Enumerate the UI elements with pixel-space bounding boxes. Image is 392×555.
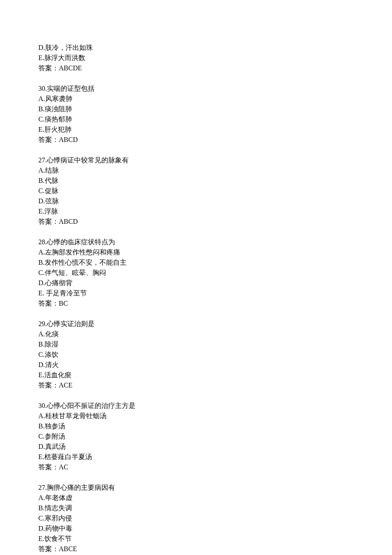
option-line: B.发作性心慌不安，不能自主 bbox=[38, 257, 354, 268]
question-block: 30.心悸心阳不振证的治疗主方是A.桂枝甘草龙骨牡蛎汤B.独参汤C.参附汤D.真… bbox=[38, 401, 354, 472]
option-line: B.独参汤 bbox=[38, 421, 354, 431]
option-line: D.肢冷，汗出如珠 bbox=[38, 43, 354, 53]
option-line: D.弦脉 bbox=[38, 196, 354, 206]
option-line: E.肝火犯肺 bbox=[38, 124, 354, 135]
question-stem: 27.胸痹心痛的主要病因有 bbox=[38, 483, 354, 493]
option-line: B.痰浊阻肺 bbox=[38, 104, 354, 114]
answer-line: 答案：ABCD bbox=[38, 135, 354, 145]
option-line: A.化痰 bbox=[38, 329, 354, 339]
question-block: 29.心悸实证治则是A.化痰B.除湿C.涤饮D.清火E.活血化瘀答案：ACE bbox=[38, 319, 354, 390]
option-line: D.心痛彻背 bbox=[38, 278, 354, 288]
document-page: D.肢冷，汗出如珠 E.脉浮大而洪数 答案：ABCDE 30.实喘的证型包括A.… bbox=[0, 0, 392, 555]
option-line: D.真武汤 bbox=[38, 442, 354, 452]
questions-container: 30.实喘的证型包括A.风寒袭肺B.痰浊阻肺C.痰热郁肺E.肝火犯肺答案：ABC… bbox=[38, 84, 354, 555]
option-line: B.情志失调 bbox=[38, 503, 354, 513]
question-block: 27.心悸病证中较常见的脉象有A.结脉B.代脉C.促脉D.弦脉E.浮脉答案：AB… bbox=[38, 155, 354, 227]
answer-line: 答案：ABCD bbox=[38, 217, 354, 227]
answer-line: 答案：AC bbox=[38, 462, 354, 472]
option-line: E.脉浮大而洪数 bbox=[38, 53, 354, 63]
option-line: A.桂枝甘草龙骨牡蛎汤 bbox=[38, 411, 354, 421]
option-line: E.浮脉 bbox=[38, 206, 354, 217]
leading-block: D.肢冷，汗出如珠 E.脉浮大而洪数 答案：ABCDE bbox=[38, 43, 354, 73]
option-line: B.代脉 bbox=[38, 176, 354, 186]
question-stem: 30.实喘的证型包括 bbox=[38, 84, 354, 94]
option-line: C.伴气短、眩晕、胸闷 bbox=[38, 268, 354, 278]
option-line: A.年老体虚 bbox=[38, 493, 354, 503]
option-line: A.风寒袭肺 bbox=[38, 94, 354, 104]
option-line: C.促脉 bbox=[38, 186, 354, 196]
option-line: C.痰热郁肺 bbox=[38, 114, 354, 124]
option-line: C.参附汤 bbox=[38, 431, 354, 442]
answer-line: 答案：BC bbox=[38, 298, 354, 309]
question-stem: 27.心悸病证中较常见的脉象有 bbox=[38, 155, 354, 165]
option-line: E.饮食不节 bbox=[38, 534, 354, 544]
option-line: C.涤饮 bbox=[38, 350, 354, 360]
question-block: 30.实喘的证型包括A.风寒袭肺B.痰浊阻肺C.痰热郁肺E.肝火犯肺答案：ABC… bbox=[38, 84, 354, 145]
option-line: D.药物中毒 bbox=[38, 523, 354, 534]
answer-line: 答案：ABCE bbox=[38, 544, 354, 554]
question-stem: 29.心悸实证治则是 bbox=[38, 319, 354, 329]
option-line: A.左胸部发作性憋闷和疼痛 bbox=[38, 247, 354, 257]
answer-line: 答案：ABCDE bbox=[38, 63, 354, 73]
question-block: 27.胸痹心痛的主要病因有A.年老体虚B.情志失调C.寒邪内侵D.药物中毒E.饮… bbox=[38, 483, 354, 554]
question-block: 28.心悸的临床症状特点为A.左胸部发作性憋闷和疼痛B.发作性心慌不安，不能自主… bbox=[38, 237, 354, 309]
question-stem: 30.心悸心阳不振证的治疗主方是 bbox=[38, 401, 354, 411]
option-line: E.活血化瘀 bbox=[38, 370, 354, 380]
answer-line: 答案：ACE bbox=[38, 380, 354, 390]
question-stem: 28.心悸的临床症状特点为 bbox=[38, 237, 354, 247]
option-line: A.结脉 bbox=[38, 165, 354, 176]
option-line: B.除湿 bbox=[38, 339, 354, 350]
option-line: E. 手足青冷至节 bbox=[38, 288, 354, 298]
option-line: E.栝蒌薤白半夏汤 bbox=[38, 452, 354, 462]
option-line: C.寒邪内侵 bbox=[38, 513, 354, 523]
option-line: D.清火 bbox=[38, 360, 354, 370]
